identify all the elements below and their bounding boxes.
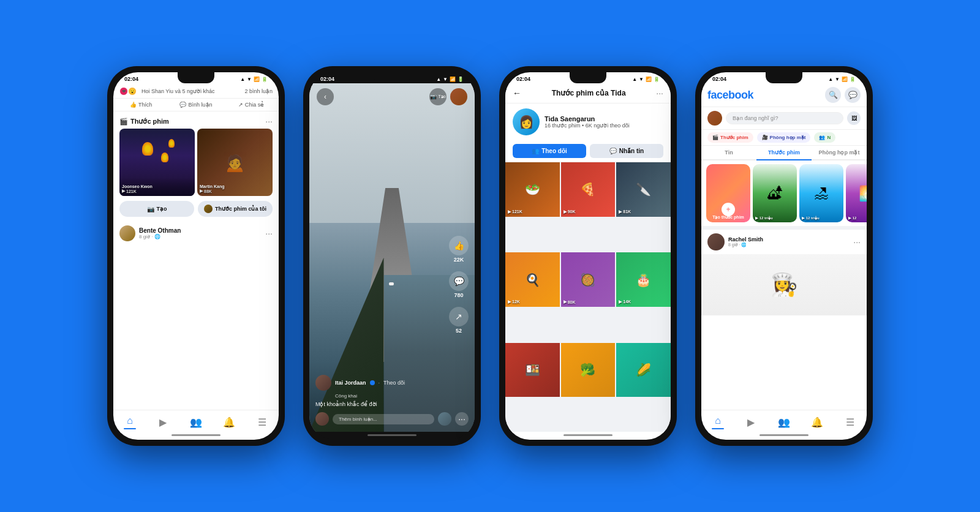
grid-video-4[interactable]: 🍳 ▶ 12K xyxy=(505,252,560,307)
feed-post-header: Rachel Smith 8 giờ · 🌐 ··· xyxy=(701,230,867,254)
share-button[interactable]: ↗ Chia sẻ xyxy=(224,99,279,111)
fb-header-icons: 🔍 💬 xyxy=(825,87,861,103)
phone-1-screen: 02:04 ▲ ▼ 📶 🔋 ❤ 😮 Hoi Shan Yiu và 5 ngườ… xyxy=(113,72,279,440)
grid-video-1[interactable]: 🥗 ▶ 121K xyxy=(505,162,560,217)
notch xyxy=(178,72,214,83)
reel-feed-2-bg: 🏖 xyxy=(799,164,843,222)
reel-feed-1-views: ▶ 12 triệu xyxy=(755,216,773,220)
thinking-cam-button[interactable]: 🖼 xyxy=(847,111,861,125)
phone-4-screen: 02:04 ▲ ▼ 📶 🔋 facebook 🔍 💬 Bạn đa xyxy=(701,72,867,440)
reels-label: Thước phim xyxy=(130,118,169,126)
my-reels-avatar xyxy=(204,205,213,213)
wow-react: 😮 xyxy=(128,87,137,96)
rooms-chip[interactable]: 🎥 Phòng họp mặt xyxy=(757,132,811,143)
nav-friends-4[interactable]: 👥 xyxy=(767,414,801,431)
reel-thumb-2[interactable]: 🙍 Martin Kang ▶ 88K xyxy=(197,129,273,196)
like-action[interactable]: 👍 22K xyxy=(449,236,469,263)
nav-menu-4[interactable]: ☰ xyxy=(834,414,867,431)
quick-actions: 🎬 Thước phim 🎥 Phòng họp mặt 👥 N xyxy=(701,130,867,146)
reel-2-name: Martin Kang xyxy=(200,184,270,189)
message-button[interactable]: 💬 Nhắn tin xyxy=(590,144,663,158)
like-button[interactable]: 👍 Thích xyxy=(113,99,168,111)
profile-title: Thước phim của Tida xyxy=(521,89,656,97)
reel-thumb-1[interactable]: Joonseo Kwon ▶ 121K xyxy=(119,129,195,196)
comment-action[interactable]: 💬 780 xyxy=(449,271,469,298)
grid-video-7[interactable]: 🍱 xyxy=(505,343,560,397)
post-more-btn[interactable]: ··· xyxy=(853,237,861,247)
grid-video-6[interactable]: 🎂 ▶ 14K xyxy=(616,252,671,307)
user-avatar[interactable] xyxy=(450,88,467,105)
more-button[interactable]: ··· xyxy=(455,412,469,426)
home-indicator xyxy=(172,434,221,436)
my-reels-label: Thước phim của tôi xyxy=(215,206,266,212)
comment-input[interactable]: Thêm bình luận... xyxy=(333,414,434,424)
back-button[interactable]: ‹ xyxy=(317,88,334,105)
n-chip[interactable]: 👥 N xyxy=(814,132,835,143)
feed-post-name: Rachel Smith xyxy=(728,236,763,243)
my-reels-button[interactable]: Thước phim của tôi xyxy=(198,201,273,217)
search-button[interactable]: 🔍 xyxy=(825,87,841,103)
reel-feed-card-2[interactable]: 🏖 ▶ 12 triệu xyxy=(799,164,843,222)
reel-feed-3-bg: 🌅 xyxy=(846,164,867,222)
profile-header: ← Thước phim của Tida ··· xyxy=(505,83,671,104)
phone-3-status-bar: 02:04 ▲ ▼ 📶 🔋 xyxy=(505,72,671,83)
phone-2-video: ‹ 📷 Tạo 👍 22K 💬 780 xyxy=(309,83,475,432)
grid-video-9[interactable]: 🌽 xyxy=(616,343,671,397)
bottom-nav: ⌂ ▶ 👥 🔔 ☰ xyxy=(113,410,279,432)
home-indicator-2 xyxy=(368,434,417,436)
notch-2 xyxy=(374,72,410,83)
reel-2-views: ▶ 88K xyxy=(200,189,270,194)
friends-icon-4: 👥 xyxy=(778,416,790,428)
verified-icon xyxy=(370,380,375,385)
tab-tin[interactable]: Tin xyxy=(701,146,756,159)
phone-1: 02:04 ▲ ▼ 📶 🔋 ❤ 😮 Hoi Shan Yiu và 5 ngườ… xyxy=(107,66,285,446)
profile-more-button[interactable]: ··· xyxy=(656,88,663,98)
grid-views-3: ▶ 81K xyxy=(619,209,631,214)
nav-menu[interactable]: ☰ xyxy=(246,414,279,431)
nav-bell[interactable]: 🔔 xyxy=(213,414,246,431)
comment-button[interactable]: 💬 Bình luận xyxy=(168,99,224,111)
nav-video-4[interactable]: ▶ xyxy=(734,414,767,431)
follow-button[interactable]: Theo dõi xyxy=(383,380,405,386)
post-more-button[interactable]: ··· xyxy=(265,228,273,238)
nav-video[interactable]: ▶ xyxy=(146,414,179,431)
nav-bell-4[interactable]: 🔔 xyxy=(801,414,834,431)
thinking-row: Bạn đang nghĩ gì? 🖼 xyxy=(701,107,867,130)
grid-video-3[interactable]: 🔪 ▶ 81K xyxy=(616,162,671,217)
nav-indicator xyxy=(124,428,136,429)
feed-post-avatar xyxy=(707,233,725,250)
grid-video-2[interactable]: 🍕 ▶ 90K xyxy=(561,162,616,217)
reels-chip[interactable]: 🎬 Thước phim xyxy=(707,132,753,143)
reel-feed-card-3[interactable]: 🌅 ▶ 12 xyxy=(846,164,867,222)
profile-info: 👩 Tida Saengarun 16 thước phim • 6K ngườ… xyxy=(505,104,671,140)
create-btn-label: Tạo xyxy=(157,206,167,212)
feed-tabs: Tin Thước phim Phòng họp mặt xyxy=(701,146,867,160)
thinking-input[interactable]: Bạn đang nghĩ gì? xyxy=(726,112,843,124)
grid-video-5[interactable]: 🥘 ▶ 80K xyxy=(561,252,616,307)
share-action[interactable]: ↗ 52 xyxy=(449,307,469,334)
share-icon: ↗ xyxy=(449,307,469,326)
phone-1-time: 02:04 xyxy=(124,76,138,82)
nav-home-4[interactable]: ⌂ xyxy=(701,414,734,431)
n-chip-label: N xyxy=(827,135,831,140)
nav-home[interactable]: ⌂ xyxy=(113,414,146,431)
create-reel-card[interactable]: + Tạo thước phim xyxy=(706,164,750,222)
comment-icon: 💬 xyxy=(449,271,469,291)
nav-friends[interactable]: 👥 xyxy=(179,414,213,431)
reels-more-button[interactable]: ··· xyxy=(265,116,273,126)
grid-views-1: ▶ 121K xyxy=(508,209,522,214)
thinking-avatar xyxy=(707,111,722,126)
location: Công khai xyxy=(335,393,444,399)
message-label: Nhắn tin xyxy=(619,148,644,154)
create-button[interactable]: 📷 Tạo xyxy=(429,88,447,105)
back-arrow[interactable]: ← xyxy=(513,88,521,98)
messenger-button[interactable]: 💬 xyxy=(845,87,861,103)
grid-video-8[interactable]: 🥦 xyxy=(561,343,616,397)
reel-feed-card-1[interactable]: 🏕 ▶ 12 triệu xyxy=(753,164,797,222)
follow-button[interactable]: 👥 Theo dõi xyxy=(513,144,586,158)
tab-reels[interactable]: Thước phim xyxy=(756,146,812,159)
create-label: Tạo xyxy=(438,94,445,99)
tab-rooms[interactable]: Phòng họp mặt xyxy=(812,146,867,159)
feed-post-time: 8 giờ · 🌐 xyxy=(728,243,763,247)
create-reel-button[interactable]: 📷 Tạo xyxy=(119,201,194,217)
